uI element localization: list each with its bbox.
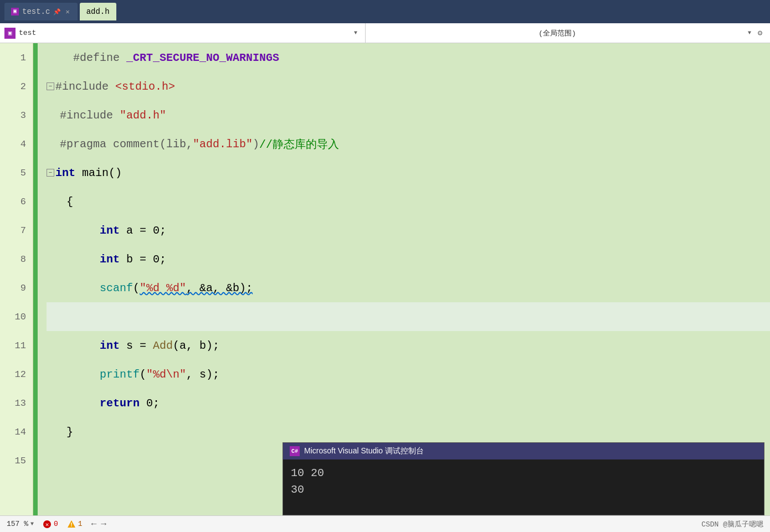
code-line-6: { [47, 187, 770, 216]
line7-spaces [47, 224, 100, 237]
code-line-11: int s = Add(a, b); [47, 331, 770, 360]
line13-spaces [47, 397, 100, 410]
toolbar-scope-left: test [19, 29, 351, 37]
status-nav: ← → [91, 519, 106, 529]
code-line-10 [47, 302, 770, 331]
console-app-icon: C# [290, 446, 300, 456]
svg-text:✕: ✕ [45, 521, 49, 528]
line13-zero: 0 [146, 397, 153, 410]
line-num-15: 15 [0, 446, 26, 475]
green-indicator-bar [33, 43, 38, 515]
line6-brace: { [47, 195, 73, 208]
warning-count: 1 [78, 520, 83, 528]
collapse-icon-2[interactable]: − [47, 82, 54, 90]
pin-icon: 📌 [53, 8, 61, 16]
line4-pragma: #pragma comment(lib, [47, 138, 193, 151]
toolbar-dropdown-left[interactable]: ▼ [351, 28, 361, 38]
console-title-bar: C# Microsoft Visual Studio 调试控制台 [283, 443, 764, 459]
line-num-6: 6 [0, 187, 26, 216]
line10-empty [47, 311, 53, 323]
console-output-line2: 30 [291, 482, 756, 498]
line12-spaces [47, 368, 100, 381]
toolbar-file-icon: ▣ [4, 28, 16, 39]
toolbar-right[interactable]: (全局范围) ▼ ⚙ [366, 23, 770, 43]
code-line-13: return 0; [47, 389, 770, 417]
toolbar: ▣ test ▼ (全局范围) ▼ ⚙ [0, 23, 770, 43]
line2-stdio: <stdio.h> [115, 80, 175, 93]
status-zoom[interactable]: 157 % ▼ [7, 520, 34, 528]
svg-text:!: ! [70, 522, 73, 528]
code-line-3: #include "add.h" [47, 101, 770, 130]
line-num-3: 3 [0, 101, 26, 130]
line7-int: int [100, 224, 126, 237]
line7-semi: ; [160, 224, 166, 237]
line-num-12: 12 [0, 360, 26, 389]
status-bar: 157 % ▼ ✕ 0 ! 1 ← → CSDN @脑瓜子嗯嗯 [0, 515, 770, 532]
line-num-8: 8 [0, 245, 26, 273]
tab-add-h[interactable]: add.h [80, 3, 116, 20]
status-warning: ! 1 [67, 520, 83, 529]
code-line-5: −int main() [47, 158, 770, 187]
line9-format: "%d %d" [140, 282, 186, 295]
line8-zero: 0 [153, 253, 160, 266]
warning-icon: ! [67, 520, 76, 529]
line4-comment: //静态库的导入 [259, 137, 339, 152]
line11-s: s = [126, 339, 153, 352]
line-num-4: 4 [0, 130, 26, 158]
line4-paren: ) [253, 138, 259, 151]
status-error: ✕ 0 [43, 520, 58, 529]
console-output-line1: 10 20 [291, 465, 756, 482]
line13-return: return [100, 397, 146, 410]
close-tab-test-c[interactable]: ✕ [64, 8, 70, 16]
line4-addlib: "add.lib" [193, 138, 253, 151]
zoom-dropdown[interactable]: ▼ [30, 521, 34, 527]
line-num-14: 14 [0, 417, 26, 446]
code-line-9: scanf("%d %d", &a, &b); [47, 273, 770, 302]
line5-main: main() [82, 167, 122, 179]
tab-test-c[interactable]: ▣ test.c 📌 ✕ [4, 3, 78, 20]
console-popup: C# Microsoft Visual Studio 调试控制台 10 20 3… [283, 442, 764, 515]
line7-zero: 0 [153, 224, 160, 237]
code-line-7: int a = 0; [47, 216, 770, 245]
line12-format: "%d\n" [146, 368, 186, 381]
line8-int: int [100, 253, 126, 266]
console-body: 10 20 30 [283, 459, 764, 515]
file-icon-test: ▣ [11, 8, 19, 16]
forward-arrow[interactable]: → [101, 519, 106, 529]
title-bar: ▣ test.c 📌 ✕ add.h [0, 0, 770, 23]
line3-include: #include [60, 109, 120, 122]
line15-empty [47, 454, 53, 467]
line3-addh: "add.h" [120, 109, 166, 122]
line11-spaces [47, 339, 100, 352]
console-title: Microsoft Visual Studio 调试控制台 [304, 446, 424, 456]
line2-include: #include [55, 80, 115, 93]
line8-semi: ; [160, 253, 166, 266]
line9-spaces [47, 282, 100, 295]
line-num-10: 10 [0, 302, 26, 331]
toolbar-left[interactable]: ▣ test ▼ [0, 23, 366, 43]
code-line-1: #define _CRT_SECURE_NO_WARNINGS [47, 43, 770, 72]
console-icon-text: C# [291, 448, 298, 454]
zoom-value: 157 % [7, 520, 28, 528]
line12-open: ( [140, 368, 146, 381]
toolbar-scope-right: (全局范围) [370, 28, 745, 38]
line9-scanf: scanf [100, 282, 133, 295]
line11-int: int [100, 339, 126, 352]
line-num-2: 2 [0, 72, 26, 101]
line-num-7: 7 [0, 216, 26, 245]
line-num-13: 13 [0, 389, 26, 417]
line11-add: Add [153, 339, 173, 352]
line-num-1: 1 [0, 43, 26, 72]
line-num-5: 5 [0, 158, 26, 187]
toolbar-dropdown-right[interactable]: ▼ [745, 28, 754, 38]
collapse-icon-5[interactable]: − [47, 169, 54, 177]
line13-semi: ; [153, 397, 160, 410]
line-num-11: 11 [0, 331, 26, 360]
back-arrow[interactable]: ← [91, 519, 97, 529]
line9-args: , &a, &b); [186, 282, 253, 295]
watermark-status: CSDN @脑瓜子嗯嗯 [701, 519, 763, 529]
line1-define: #define [47, 51, 126, 64]
tab-label-test-c: test.c [22, 7, 50, 16]
code-line-4: #pragma comment(lib,"add.lib")//静态库的导入 [47, 130, 770, 158]
settings-icon[interactable]: ⚙ [754, 28, 766, 39]
